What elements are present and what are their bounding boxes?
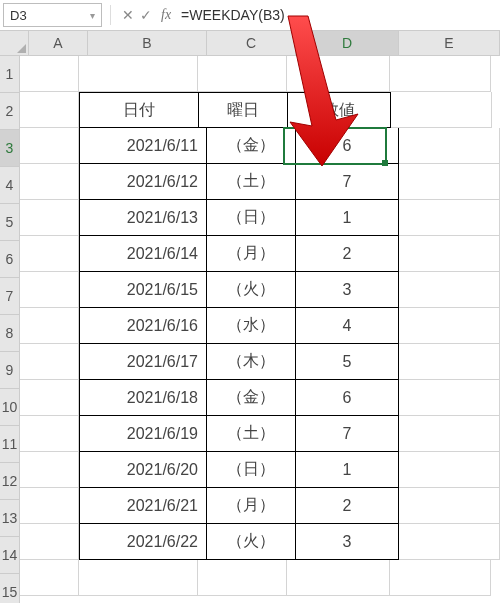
cell-A14[interactable] xyxy=(20,524,79,560)
row-header-14[interactable]: 14 xyxy=(0,537,20,574)
row-header-3[interactable]: 3 xyxy=(0,130,20,167)
row-header-13[interactable]: 13 xyxy=(0,500,20,537)
column-header-C[interactable]: C xyxy=(207,31,296,55)
row-header-8[interactable]: 8 xyxy=(0,315,20,352)
cell-B9[interactable]: 2021/6/17 xyxy=(79,344,207,380)
cell-B3[interactable]: 2021/6/11 xyxy=(79,128,207,164)
column-header-B[interactable]: B xyxy=(88,31,207,55)
cell-A6[interactable] xyxy=(20,236,79,272)
cell-A9[interactable] xyxy=(20,344,79,380)
cell-A3[interactable] xyxy=(20,128,79,164)
cell-C11[interactable]: （土） xyxy=(207,416,296,452)
cell-C14[interactable]: （火） xyxy=(207,524,296,560)
cell-D11[interactable]: 7 xyxy=(296,416,399,452)
row-header-10[interactable]: 10 xyxy=(0,389,20,426)
cell-C2[interactable]: 曜日 xyxy=(199,92,288,128)
cell-A15[interactable] xyxy=(20,560,79,596)
cell-D1[interactable] xyxy=(287,56,390,92)
cell-E9[interactable] xyxy=(399,344,500,380)
cell-E6[interactable] xyxy=(399,236,500,272)
cell-E8[interactable] xyxy=(399,308,500,344)
cell-C5[interactable]: （日） xyxy=(207,200,296,236)
cell-E2[interactable] xyxy=(391,92,492,128)
cell-C7[interactable]: （火） xyxy=(207,272,296,308)
column-header-A[interactable]: A xyxy=(29,31,88,55)
cell-E13[interactable] xyxy=(399,488,500,524)
cell-A7[interactable] xyxy=(20,272,79,308)
cell-D3[interactable]: 6 xyxy=(296,128,399,164)
column-header-E[interactable]: E xyxy=(399,31,500,55)
cell-E15[interactable] xyxy=(390,560,491,596)
row-header-9[interactable]: 9 xyxy=(0,352,20,389)
cell-B4[interactable]: 2021/6/12 xyxy=(79,164,207,200)
cell-D4[interactable]: 7 xyxy=(296,164,399,200)
cell-B15[interactable] xyxy=(79,560,198,596)
cell-A2[interactable] xyxy=(20,92,79,128)
cell-A1[interactable] xyxy=(20,56,79,92)
row-header-15[interactable]: 15 xyxy=(0,574,20,603)
column-header-D[interactable]: D xyxy=(296,31,399,55)
cell-B12[interactable]: 2021/6/20 xyxy=(79,452,207,488)
cell-C1[interactable] xyxy=(198,56,287,92)
cell-D15[interactable] xyxy=(287,560,390,596)
enter-icon[interactable]: ✓ xyxy=(137,7,155,23)
cell-C4[interactable]: （土） xyxy=(207,164,296,200)
select-all-corner[interactable] xyxy=(0,31,29,55)
cell-B10[interactable]: 2021/6/18 xyxy=(79,380,207,416)
cell-A12[interactable] xyxy=(20,452,79,488)
row-header-7[interactable]: 7 xyxy=(0,278,20,315)
cell-E11[interactable] xyxy=(399,416,500,452)
cell-D9[interactable]: 5 xyxy=(296,344,399,380)
cell-E10[interactable] xyxy=(399,380,500,416)
cell-D10[interactable]: 6 xyxy=(296,380,399,416)
cell-D12[interactable]: 1 xyxy=(296,452,399,488)
cell-A4[interactable] xyxy=(20,164,79,200)
name-box-dropdown-icon[interactable]: ▾ xyxy=(90,10,95,21)
cell-E5[interactable] xyxy=(399,200,500,236)
cell-A10[interactable] xyxy=(20,380,79,416)
row-header-5[interactable]: 5 xyxy=(0,204,20,241)
cell-C3[interactable]: （金） xyxy=(207,128,296,164)
cell-C12[interactable]: （日） xyxy=(207,452,296,488)
cell-E7[interactable] xyxy=(399,272,500,308)
cell-B6[interactable]: 2021/6/14 xyxy=(79,236,207,272)
cell-E12[interactable] xyxy=(399,452,500,488)
cell-B8[interactable]: 2021/6/16 xyxy=(79,308,207,344)
cell-D6[interactable]: 2 xyxy=(296,236,399,272)
cell-C6[interactable]: （月） xyxy=(207,236,296,272)
cell-B1[interactable] xyxy=(79,56,198,92)
cell-grid[interactable]: 日付曜日数値2021/6/11（金）62021/6/12（土）72021/6/1… xyxy=(20,56,500,603)
cell-C9[interactable]: （木） xyxy=(207,344,296,380)
cell-D5[interactable]: 1 xyxy=(296,200,399,236)
cell-E14[interactable] xyxy=(399,524,500,560)
cell-B14[interactable]: 2021/6/22 xyxy=(79,524,207,560)
row-header-4[interactable]: 4 xyxy=(0,167,20,204)
row-header-6[interactable]: 6 xyxy=(0,241,20,278)
cell-C15[interactable] xyxy=(198,560,287,596)
cell-B11[interactable]: 2021/6/19 xyxy=(79,416,207,452)
cell-A5[interactable] xyxy=(20,200,79,236)
cell-E1[interactable] xyxy=(390,56,491,92)
cell-A8[interactable] xyxy=(20,308,79,344)
cell-B2[interactable]: 日付 xyxy=(79,92,199,128)
cell-B5[interactable]: 2021/6/13 xyxy=(79,200,207,236)
cell-C13[interactable]: （月） xyxy=(207,488,296,524)
cell-B7[interactable]: 2021/6/15 xyxy=(79,272,207,308)
fx-icon[interactable]: fx xyxy=(161,7,171,23)
cell-D14[interactable]: 3 xyxy=(296,524,399,560)
cell-E4[interactable] xyxy=(399,164,500,200)
name-box[interactable]: D3 ▾ xyxy=(3,3,102,27)
row-header-11[interactable]: 11 xyxy=(0,426,20,463)
cell-C8[interactable]: （水） xyxy=(207,308,296,344)
cell-A13[interactable] xyxy=(20,488,79,524)
formula-input[interactable]: =WEEKDAY(B3) xyxy=(177,7,500,23)
cancel-icon[interactable]: ✕ xyxy=(119,7,137,23)
cell-B13[interactable]: 2021/6/21 xyxy=(79,488,207,524)
row-header-12[interactable]: 12 xyxy=(0,463,20,500)
cell-D2[interactable]: 数値 xyxy=(288,92,391,128)
row-header-2[interactable]: 2 xyxy=(0,93,20,130)
cell-D13[interactable]: 2 xyxy=(296,488,399,524)
cell-D8[interactable]: 4 xyxy=(296,308,399,344)
cell-D7[interactable]: 3 xyxy=(296,272,399,308)
cell-C10[interactable]: （金） xyxy=(207,380,296,416)
